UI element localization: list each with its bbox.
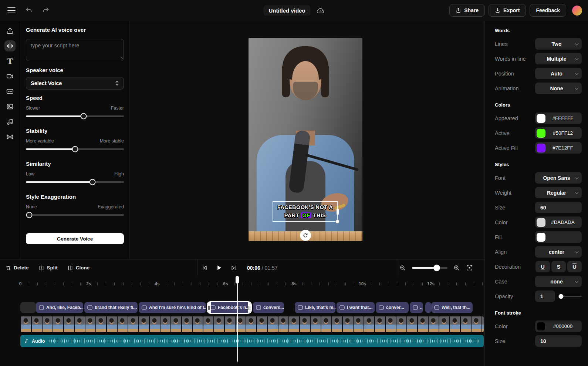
caption-clip[interactable] — [20, 302, 36, 313]
skip-forward-button[interactable] — [230, 265, 237, 271]
lines-select[interactable]: Two — [535, 38, 582, 50]
rail-upload-button[interactable] — [4, 25, 16, 36]
color-color-picker[interactable]: #000000 — [535, 320, 582, 332]
voice-select-value: Select Voice — [31, 80, 62, 86]
opacity-input[interactable]: 1 — [535, 291, 555, 302]
caption-clip[interactable]: ... — [410, 302, 423, 313]
timeline-ruler[interactable]: 02s4s6s8s10s12s — [0, 276, 484, 291]
slider-track[interactable] — [26, 214, 124, 216]
active-fill-color-picker[interactable]: #7E12FF — [535, 142, 582, 154]
underline-icon[interactable]: U — [535, 261, 550, 272]
clip-trim-handle[interactable] — [207, 302, 211, 313]
split-button[interactable]: Split — [38, 265, 58, 271]
caption-overlay[interactable]: FACEBOOK'S NOT A PART OF THIS — [273, 201, 338, 222]
skip-back-button[interactable] — [202, 265, 208, 271]
share-button[interactable]: Share — [449, 4, 485, 17]
video-frame[interactable]: FACEBOOK'S NOT A PART OF THIS — [249, 38, 362, 241]
slider-title: Style Exaggeration — [26, 194, 124, 200]
playhead-handle[interactable] — [236, 276, 239, 283]
caption-clip[interactable]: conver... — [376, 302, 409, 313]
slider-thumb[interactable] — [81, 113, 87, 120]
timeline-zoom-slider[interactable] — [412, 267, 447, 269]
slider-track[interactable] — [26, 148, 124, 150]
caption-clip-icon — [87, 305, 92, 310]
export-button[interactable]: Export — [489, 4, 526, 17]
rail-transitions-button[interactable] — [4, 131, 16, 142]
color-color-picker[interactable]: #DADADA — [535, 216, 582, 228]
clip-trim-handle[interactable] — [248, 302, 251, 313]
slider-thumb[interactable] — [26, 212, 33, 218]
size-input[interactable]: 10 — [535, 335, 582, 347]
zoom-in-button[interactable] — [453, 265, 460, 271]
color-swatch[interactable] — [537, 322, 545, 331]
active-color-picker[interactable]: #50FF12 — [535, 127, 582, 139]
audio-track[interactable]: Audio — [20, 335, 484, 347]
slider-title: Similarity — [26, 161, 124, 167]
rail-image-button[interactable] — [4, 101, 16, 112]
slider-track[interactable] — [26, 181, 124, 183]
rotate-button[interactable] — [300, 230, 311, 241]
position-select[interactable]: Auto — [535, 68, 582, 79]
slider-thumb[interactable] — [89, 179, 96, 185]
delete-button[interactable]: Delete — [6, 265, 29, 271]
caption-clip[interactable]: convers... — [253, 302, 284, 313]
redo-button[interactable] — [42, 7, 50, 14]
slider-thumb[interactable] — [72, 146, 78, 152]
align-select[interactable]: center — [535, 246, 582, 258]
play-icon — [216, 265, 222, 271]
color-swatch[interactable] — [537, 218, 545, 227]
caption-clip[interactable] — [425, 302, 431, 313]
property-label: Case — [495, 279, 507, 285]
caption-resize-handle[interactable] — [337, 208, 339, 215]
rail-captions-button[interactable] — [4, 86, 16, 97]
words-in-line-select[interactable]: Multiple — [535, 53, 582, 64]
select-value: None — [550, 85, 563, 91]
caption-clip[interactable]: brand that really fi... — [84, 302, 138, 313]
property-row: Active#50FF12 — [495, 127, 582, 139]
clone-button[interactable]: Clone — [67, 265, 90, 271]
script-input[interactable] — [26, 39, 124, 61]
play-button[interactable] — [216, 265, 222, 271]
fit-screen-button[interactable] — [466, 264, 473, 271]
opacity-slider[interactable] — [560, 296, 582, 297]
animation-select[interactable]: None — [535, 83, 582, 94]
rail-music-button[interactable] — [4, 116, 16, 127]
caption-clip-icon — [142, 305, 147, 310]
ruler-tick — [149, 282, 149, 285]
color-swatch[interactable] — [537, 233, 545, 242]
caption-clip[interactable]: And, like, Faceb... — [36, 302, 83, 313]
appeared-color-picker[interactable]: #FFFFFF — [535, 113, 582, 124]
feedback-button[interactable]: Feedback — [530, 4, 566, 17]
voice-select[interactable]: Select Voice — [26, 77, 124, 90]
rail-video-button[interactable] — [4, 71, 16, 82]
size-input[interactable]: 60 — [535, 202, 582, 213]
undo-button[interactable] — [25, 7, 33, 14]
caption-scale-handle[interactable] — [335, 219, 339, 224]
color-swatch[interactable] — [537, 114, 545, 123]
zoom-out-button[interactable] — [399, 265, 406, 271]
menu-icon[interactable] — [7, 7, 16, 13]
overline-icon[interactable]: U — [567, 261, 582, 272]
strikethrough-icon[interactable]: S — [551, 261, 566, 272]
rail-ai-voice-button[interactable] — [4, 40, 16, 51]
color-swatch[interactable] — [537, 144, 545, 152]
video-title[interactable]: Untitled video — [263, 5, 310, 16]
caption-clip[interactable]: Well, that th... — [431, 302, 473, 313]
weight-select[interactable]: Regular — [535, 187, 582, 198]
opacity-slider-thumb[interactable] — [559, 294, 564, 299]
timeline-zoom-thumb[interactable] — [433, 265, 440, 271]
user-avatar[interactable] — [572, 6, 582, 16]
caption-clip[interactable]: And I'm sure he's kind of l... — [139, 302, 206, 313]
property-label: Fill — [495, 234, 502, 240]
font-select[interactable]: Open Sans — [535, 172, 582, 184]
fill-color-picker[interactable] — [535, 231, 582, 243]
slider-track[interactable] — [26, 115, 124, 117]
generate-voice-button[interactable]: Generate Voice — [26, 233, 124, 244]
color-swatch[interactable] — [537, 129, 545, 138]
video-track-filmstrip[interactable] — [20, 316, 484, 332]
caption-clip[interactable]: Facebook's n... — [207, 302, 251, 313]
caption-clip[interactable]: I want that... — [337, 302, 375, 313]
case-select[interactable]: none — [535, 276, 582, 287]
caption-clip[interactable]: Like, that's m... — [295, 302, 335, 313]
rail-text-button[interactable]: T — [4, 56, 16, 67]
